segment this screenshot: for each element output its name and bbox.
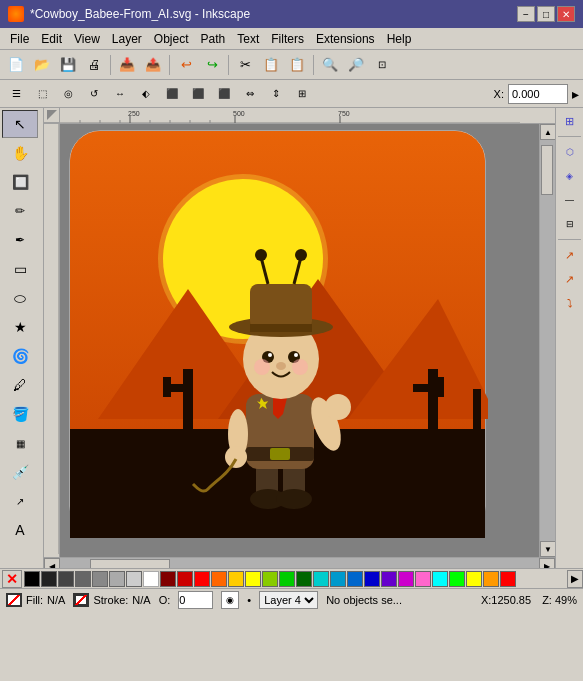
swatch-lime[interactable] <box>449 571 465 587</box>
dist-v-button[interactable]: ⇕ <box>264 82 288 106</box>
menu-layer[interactable]: Layer <box>106 30 148 48</box>
menu-path[interactable]: Path <box>195 30 232 48</box>
maximize-button[interactable]: □ <box>537 6 555 22</box>
swatch-orange[interactable] <box>211 571 227 587</box>
rect-tool[interactable]: ▭ <box>2 255 38 283</box>
snap-button[interactable]: ◎ <box>56 82 80 106</box>
text-tool[interactable]: A <box>2 516 38 544</box>
fill-color-box[interactable] <box>6 593 22 607</box>
scroll-left-button[interactable]: ◀ <box>44 558 60 568</box>
pen-tool[interactable]: ✒ <box>2 226 38 254</box>
swatch-dark[interactable] <box>41 571 57 587</box>
select-tool[interactable]: ↖ <box>2 110 38 138</box>
swatch-green[interactable] <box>279 571 295 587</box>
import-button[interactable]: 📥 <box>115 53 139 77</box>
menu-view[interactable]: View <box>68 30 106 48</box>
scroll-right-button[interactable]: ▶ <box>539 558 555 568</box>
scroll-thumb-v[interactable] <box>541 145 553 195</box>
swatch-ltblue[interactable] <box>330 571 346 587</box>
swatch-silver[interactable] <box>109 571 125 587</box>
ruler-corner[interactable] <box>44 108 60 123</box>
paint-tool[interactable]: 🪣 <box>2 400 38 428</box>
swatch-gold[interactable] <box>228 571 244 587</box>
opacity-icon[interactable]: ◉ <box>221 591 239 609</box>
nodes-button[interactable]: ⬚ <box>30 82 54 106</box>
swatch-black[interactable] <box>24 571 40 587</box>
snap-path[interactable]: ↗ <box>559 244 581 266</box>
flip-h-button[interactable]: ↔ <box>108 82 132 106</box>
swatch-cyan[interactable] <box>432 571 448 587</box>
swatch-yellow[interactable] <box>245 571 261 587</box>
menu-extensions[interactable]: Extensions <box>310 30 381 48</box>
spiral-tool[interactable]: 🌀 <box>2 342 38 370</box>
transform-button[interactable]: ↺ <box>82 82 106 106</box>
select-all-button[interactable]: ☰ <box>4 82 28 106</box>
flip-v-button[interactable]: ⬖ <box>134 82 158 106</box>
swatch-yellow2[interactable] <box>466 571 482 587</box>
snap-path2[interactable]: ↗ <box>559 268 581 290</box>
coords-arrow[interactable]: ▸ <box>572 86 579 102</box>
swatch-lgray[interactable] <box>92 571 108 587</box>
zoom-tool[interactable]: 🔲 <box>2 168 38 196</box>
opacity-input[interactable] <box>178 591 213 609</box>
menu-object[interactable]: Object <box>148 30 195 48</box>
swatch-blue[interactable] <box>364 571 380 587</box>
snap-guide[interactable]: — <box>559 189 581 211</box>
zoom-out-button[interactable]: 🔎 <box>344 53 368 77</box>
callig-tool[interactable]: 🖊 <box>2 371 38 399</box>
swatch-blue2[interactable] <box>347 571 363 587</box>
paste-button[interactable]: 📋 <box>285 53 309 77</box>
cut-button[interactable]: ✂ <box>233 53 257 77</box>
snap-enable[interactable]: ⊞ <box>559 110 581 132</box>
swatch-magenta[interactable] <box>398 571 414 587</box>
swatch-red3[interactable] <box>500 571 516 587</box>
snap-node[interactable]: ◈ <box>559 165 581 187</box>
open-button[interactable]: 📂 <box>30 53 54 77</box>
dropper-tool[interactable]: 💉 <box>2 458 38 486</box>
menu-filters[interactable]: Filters <box>265 30 310 48</box>
swatch-red[interactable] <box>194 571 210 587</box>
save-button[interactable]: 💾 <box>56 53 80 77</box>
ellipse-tool[interactable]: ⬭ <box>2 284 38 312</box>
layer-select[interactable]: Layer 4 <box>259 591 318 609</box>
zoom-fit-button[interactable]: ⊡ <box>370 53 394 77</box>
dist-h-button[interactable]: ⇔ <box>238 82 262 106</box>
align-right-button[interactable]: ⬛ <box>212 82 236 106</box>
align-center-button[interactable]: ⬛ <box>186 82 210 106</box>
swatch-darkgreen[interactable] <box>296 571 312 587</box>
x-input[interactable] <box>508 84 568 104</box>
close-button[interactable]: ✕ <box>557 6 575 22</box>
swatch-purple[interactable] <box>381 571 397 587</box>
snap-intersect[interactable]: ⤵ <box>559 292 581 314</box>
snap2-button[interactable]: ⊞ <box>290 82 314 106</box>
canvas-area[interactable] <box>60 124 539 557</box>
swatch-pink[interactable] <box>415 571 431 587</box>
palette-right-arrow[interactable]: ▶ <box>567 570 583 588</box>
scroll-thumb-h[interactable] <box>90 559 170 568</box>
stroke-color-box[interactable] <box>73 593 89 607</box>
print-button[interactable]: 🖨 <box>82 53 106 77</box>
redo-button[interactable]: ↪ <box>200 53 224 77</box>
snap-bbox[interactable]: ⬡ <box>559 141 581 163</box>
no-color-button[interactable]: ✕ <box>2 570 22 588</box>
copy-button[interactable]: 📋 <box>259 53 283 77</box>
node-tool[interactable]: ✋ <box>2 139 38 167</box>
export-button[interactable]: 📤 <box>141 53 165 77</box>
menu-edit[interactable]: Edit <box>35 30 68 48</box>
swatch-yellow-green[interactable] <box>262 571 278 587</box>
align-left-button[interactable]: ⬛ <box>160 82 184 106</box>
swatch-darkred[interactable] <box>160 571 176 587</box>
pencil-tool[interactable]: ✏ <box>2 197 38 225</box>
scroll-up-button[interactable]: ▲ <box>540 124 555 140</box>
swatch-white[interactable] <box>143 571 159 587</box>
snap-grid[interactable]: ⊟ <box>559 213 581 235</box>
horizontal-scrollbar[interactable]: ◀ ▶ <box>44 557 555 568</box>
zoom-in-button[interactable]: 🔍 <box>318 53 342 77</box>
gradient-tool[interactable]: ▦ <box>2 429 38 457</box>
swatch-gray[interactable] <box>75 571 91 587</box>
connector-tool[interactable]: ↗ <box>2 487 38 515</box>
swatch-dgray[interactable] <box>58 571 74 587</box>
scroll-down-button[interactable]: ▼ <box>540 541 555 557</box>
swatch-amber[interactable] <box>483 571 499 587</box>
vertical-scrollbar[interactable]: ▲ ▼ <box>539 124 555 557</box>
